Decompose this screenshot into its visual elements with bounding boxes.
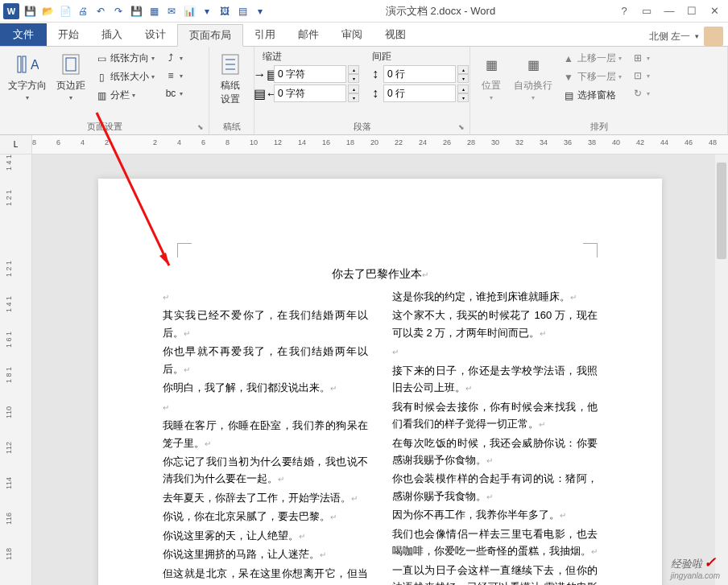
redo-icon[interactable]: ↷ <box>111 4 126 19</box>
spinner-up[interactable]: ▴ <box>348 65 359 74</box>
ruler-corner[interactable]: L <box>0 135 32 154</box>
new-icon[interactable]: 📄 <box>58 4 72 19</box>
breaks-button[interactable]: ⤴▾ <box>161 50 186 66</box>
save-icon[interactable]: 💾 <box>23 4 37 19</box>
spinner-down[interactable]: ▾ <box>457 74 469 83</box>
tab-mailings[interactable]: 邮件 <box>287 23 330 46</box>
tab-design[interactable]: 设计 <box>134 23 177 46</box>
hyphenation-button[interactable]: bc▾ <box>161 85 186 101</box>
rotate-button[interactable]: ↻▾ <box>628 85 653 101</box>
tab-view[interactable]: 视图 <box>374 23 417 46</box>
word-app-icon[interactable]: W <box>3 3 19 19</box>
document-body[interactable]: 其实我已经不爱你了，在我们结婚两年以后。你也早就不再爱我了，在我们结婚两年以后。… <box>163 288 598 585</box>
page: 你去了巴黎作业本 其实我已经不爱你了，在我们结婚两年以后。你也早就不再爱我了，在… <box>98 179 662 585</box>
paragraph[interactable]: 你也会装模作样的合起手有词的说：猪阿，感谢你赐予我食物。 <box>392 470 598 505</box>
align-button[interactable]: ⊞▾ <box>628 50 653 66</box>
paragraph[interactable] <box>392 343 598 360</box>
print-icon[interactable]: 🖨 <box>76 4 90 19</box>
close-icon[interactable]: ✕ <box>705 3 723 19</box>
line-numbers-button[interactable]: ≡▾ <box>161 68 186 84</box>
avatar[interactable] <box>704 27 723 46</box>
spinner-up[interactable]: ▴ <box>457 84 469 93</box>
selection-pane-button[interactable]: ▤选择窗格 <box>559 87 625 104</box>
columns-button[interactable]: ▥ 分栏 ▾ <box>92 87 158 104</box>
maximize-icon[interactable]: ☐ <box>683 3 701 19</box>
qat9-icon[interactable]: 🖼 <box>217 4 232 19</box>
paragraph[interactable]: 接下来的日子，你还是去学校学法语，我照旧去公司上班。 <box>392 362 598 397</box>
spinner-down[interactable]: ▾ <box>348 74 359 83</box>
indent-right-input[interactable]: 0 字符 <box>274 84 346 102</box>
paragraph[interactable]: 你说这里雾的天，让人绝望。 <box>163 527 368 544</box>
paragraph[interactable] <box>163 398 368 415</box>
user-dropdown-icon[interactable]: ▾ <box>695 32 699 40</box>
indent-label: 缩进 <box>259 50 359 64</box>
tab-references[interactable]: 引用 <box>243 23 287 46</box>
paragraph[interactable] <box>163 288 368 305</box>
paragraph-launcher[interactable]: ⬊ <box>458 123 468 133</box>
group-label-arrange: 排列 <box>475 119 722 133</box>
paragraph[interactable]: 我有时候会去接你，你有时候会来找我，他们看我们的样子觉得一切正常。 <box>392 398 598 433</box>
paragraph[interactable]: 你也早就不再爱我了，在我们结婚两年以后。 <box>163 343 368 377</box>
paragraph[interactable]: 在每次吃饭的时候，我还会威胁你说：你要感谢我赐予你食物。 <box>392 435 598 469</box>
document-area: 1 4 11 2 11 2 11 4 11 6 11 8 11101121141… <box>0 154 728 585</box>
spinner-down[interactable]: ▾ <box>348 93 359 102</box>
qat8-icon[interactable]: ▾ <box>200 4 214 19</box>
orientation-button[interactable]: ▭ 纸张方向 ▾ <box>92 50 158 67</box>
save2-icon[interactable]: 💾 <box>129 4 143 19</box>
bring-forward-button[interactable]: ▲上移一层▾ <box>559 50 625 67</box>
paragraph[interactable]: 你说，你在北京呆腻了，要去巴黎。 <box>163 508 368 525</box>
ruler-horizontal[interactable]: 8642246810121416182022242628303234363840… <box>32 135 728 154</box>
indent-left-input[interactable]: 0 字符 <box>274 65 346 83</box>
help-icon[interactable]: ? <box>615 3 633 19</box>
undo-icon[interactable]: ↶ <box>93 4 108 19</box>
paragraph[interactable]: 因为你不再工作，我养你半年多了。 <box>392 506 598 523</box>
paragraph[interactable]: 我们也会像情侣一样去三里屯看电影，也去喝咖啡，你爱吃一些奇怪的蛋糕，我抽烟。 <box>392 525 598 560</box>
spacing-after-input[interactable]: 0 行 <box>383 84 456 102</box>
qat6-icon[interactable]: ✉ <box>164 4 179 19</box>
paragraph[interactable]: 你忘记了我们当初为什么要结婚，我也说不清我们为什么要在一起。 <box>163 453 368 488</box>
manuscript-button[interactable]: 稿纸设置 <box>214 50 246 108</box>
paragraph[interactable]: 去年夏天，你辞去了工作，开始学法语。 <box>163 489 368 506</box>
document-title[interactable]: 你去了巴黎作业本 <box>163 267 598 282</box>
paragraph[interactable]: 这个家不大，我买的时候花了 160 万，现在可以卖 2 万，才两年时间而已。 <box>392 307 598 341</box>
paragraph[interactable]: 你说这里拥挤的马路，让人迷茫。 <box>163 546 368 562</box>
paragraph[interactable]: 但这就是北京，呆在这里你想离开它，但当离开以后就会迫不及待想回来。 <box>163 565 368 585</box>
position-icon: ▦ <box>478 51 504 77</box>
page-wrapper[interactable]: 你去了巴黎作业本 其实我已经不爱你了，在我们结婚两年以后。你也早就不再爱我了，在… <box>32 154 728 585</box>
group-button[interactable]: ⊡▾ <box>628 68 653 84</box>
minimize-icon[interactable]: — <box>660 3 678 19</box>
margins-button[interactable]: 页边距 ▾ <box>53 50 89 103</box>
qat5-icon[interactable]: ▦ <box>147 4 161 19</box>
tab-insert[interactable]: 插入 <box>90 23 134 46</box>
wrap-icon: ▦ <box>520 51 546 77</box>
spinner-up[interactable]: ▴ <box>348 84 359 93</box>
qat10-icon[interactable]: ▤ <box>235 4 250 19</box>
size-button[interactable]: ▯ 纸张大小 ▾ <box>92 68 158 85</box>
page-setup-launcher[interactable]: ⬊ <box>197 123 207 133</box>
paragraph[interactable]: 一直以为日子会这样一直继续下去，但你的法语越来越好，已经可以看懂让.雷诺的电影字… <box>392 562 598 585</box>
scroll-thumb[interactable] <box>717 163 726 259</box>
tab-home[interactable]: 开始 <box>47 23 90 46</box>
tab-review[interactable]: 审阅 <box>330 23 374 46</box>
paragraph[interactable]: 我睡在客厅，你睡在卧室，我们养的狗呆在笼子里。 <box>163 417 368 451</box>
paragraph[interactable]: 这是你我的约定，谁抢到床谁就睡床。 <box>392 288 598 305</box>
tab-page-layout[interactable]: 页面布局 <box>177 24 243 47</box>
spinner-up[interactable]: ▴ <box>457 65 469 74</box>
chevron-down-icon: ▾ <box>26 94 29 101</box>
position-button[interactable]: ▦ 位置 ▾ <box>475 50 507 103</box>
paragraph[interactable]: 你明白，我了解，我们都没说出来。 <box>163 379 368 396</box>
qat-more-icon[interactable]: ▾ <box>253 4 267 19</box>
qat7-icon[interactable]: 📊 <box>182 4 196 19</box>
paragraph[interactable]: 其实我已经不爱你了，在我们结婚两年以后。 <box>163 307 368 341</box>
ribbon-options-icon[interactable]: ▭ <box>638 3 656 19</box>
ruler-vertical[interactable]: 1 4 11 2 11 2 11 4 11 6 11 8 11101121141… <box>0 154 32 585</box>
scrollbar-vertical[interactable] <box>715 154 728 585</box>
spacing-before-input[interactable]: 0 行 <box>383 65 456 83</box>
user-name[interactable]: 北侧 左一 <box>649 30 690 43</box>
wrap-text-button[interactable]: ▦ 自动换行 ▾ <box>511 50 556 103</box>
text-direction-button[interactable]: A 文字方向 ▾ <box>5 50 50 103</box>
tab-file[interactable]: 文件 <box>0 23 47 46</box>
open-icon[interactable]: 📂 <box>40 4 55 19</box>
spinner-down[interactable]: ▾ <box>457 93 469 102</box>
send-backward-button[interactable]: ▼下移一层▾ <box>559 68 625 85</box>
